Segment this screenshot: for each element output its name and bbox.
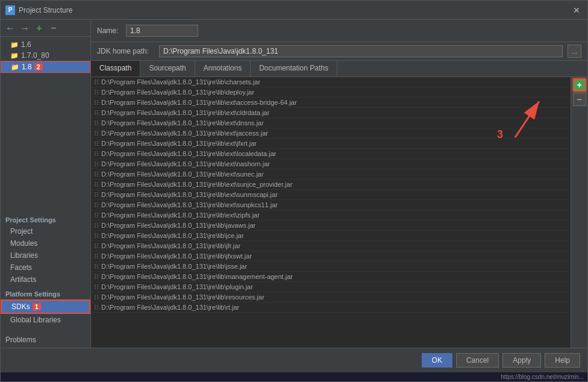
- annotation-badge-1: 1: [33, 303, 41, 310]
- file-path: D:\Program Files\Java\jdk1.8.0_131\jre\l…: [101, 191, 278, 198]
- list-item: D:\Program Files\Java\jdk1.8.0_131\jre\l…: [91, 180, 571, 190]
- list-item: D:\Program Files\Java\jdk1.8.0_131\jre\l…: [91, 77, 571, 87]
- folder-icon: 📁: [10, 41, 19, 49]
- list-item: D:\Program Files\Java\jdk1.8.0_131\jre\l…: [91, 108, 571, 118]
- right-panel: Name: JDK home path: ... Classpath Sourc…: [91, 20, 587, 348]
- annotation-badge-2: 2: [34, 63, 43, 70]
- bottom-bar: OK Cancel Apply Help: [1, 348, 587, 372]
- list-item: D:\Program Files\Java\jdk1.8.0_131\jre\l…: [91, 251, 571, 261]
- file-path: D:\Program Files\Java\jdk1.8.0_131\jre\l…: [101, 222, 255, 229]
- list-item: D:\Program Files\Java\jdk1.8.0_131\jre\l…: [91, 159, 571, 169]
- folder-icon: 📁: [11, 63, 19, 71]
- list-item: D:\Program Files\Java\jdk1.8.0_131\jre\l…: [91, 169, 571, 180]
- tree-item-170[interactable]: 📁 1.7.0_80: [1, 50, 90, 61]
- cancel-button[interactable]: Cancel: [456, 353, 499, 368]
- apply-button[interactable]: Apply: [502, 353, 541, 368]
- ok-button[interactable]: OK: [422, 353, 452, 368]
- file-path: D:\Program Files\Java\jdk1.8.0_131\jre\l…: [101, 242, 240, 249]
- nav-libraries[interactable]: Libraries: [1, 249, 90, 261]
- file-path: D:\Program Files\Java\jdk1.8.0_131\jre\l…: [101, 99, 297, 106]
- jdk-path-input[interactable]: [159, 45, 563, 57]
- app-icon: P: [5, 5, 15, 15]
- list-item: D:\Program Files\Java\jdk1.8.0_131\jre\l…: [91, 302, 571, 313]
- name-input[interactable]: [126, 25, 198, 37]
- list-item: D:\Program Files\Java\jdk1.8.0_131\jre\l…: [91, 221, 571, 231]
- remove-file-button[interactable]: −: [573, 93, 586, 106]
- url-bar: https://blog.csdn.net/muzimin...: [1, 372, 587, 381]
- add-item-button[interactable]: +: [33, 22, 45, 34]
- nav-facets[interactable]: Facets: [1, 261, 90, 274]
- file-path: D:\Program Files\Java\jdk1.8.0_131\jre\l…: [101, 273, 293, 280]
- tab-annotations[interactable]: Annotations: [195, 61, 251, 77]
- tab-documentation-paths[interactable]: Documentation Paths: [251, 61, 337, 77]
- file-path: D:\Program Files\Java\jdk1.8.0_131\jre\l…: [101, 150, 276, 157]
- jdk-label: JDK home path:: [97, 47, 154, 55]
- main-content: ← → + − 📁 1.6 📁 1.7.0_80 📁 1.8 2: [1, 20, 587, 348]
- list-item: D:\Program Files\Java\jdk1.8.0_131\jre\l…: [91, 149, 571, 159]
- project-structure-dialog: P Project Structure ✕ ← → + − 📁 1.6 📁: [0, 0, 588, 382]
- list-item: D:\Program Files\Java\jdk1.8.0_131\jre\l…: [91, 282, 571, 292]
- list-item: D:\Program Files\Java\jdk1.8.0_131\jre\l…: [91, 190, 571, 200]
- folder-icon: 📁: [10, 52, 19, 60]
- file-path: D:\Program Files\Java\jdk1.8.0_131\jre\l…: [101, 89, 254, 96]
- file-path: D:\Program Files\Java\jdk1.8.0_131\jre\l…: [101, 140, 257, 147]
- title-bar: P Project Structure ✕: [1, 1, 587, 20]
- sidebar: ← → + − 📁 1.6 📁 1.7.0_80 📁 1.8 2: [1, 20, 91, 348]
- nav-sdks[interactable]: SDKs 1: [1, 299, 90, 314]
- file-path: D:\Program Files\Java\jdk1.8.0_131\jre\l…: [101, 171, 264, 178]
- file-path: D:\Program Files\Java\jdk1.8.0_131\jre\l…: [101, 160, 270, 168]
- forward-button[interactable]: →: [19, 22, 31, 34]
- list-item: D:\Program Files\Java\jdk1.8.0_131\jre\l…: [91, 98, 571, 108]
- file-path: D:\Program Files\Java\jdk1.8.0_131\jre\l…: [101, 283, 253, 290]
- name-label: Name:: [97, 27, 121, 35]
- name-row: Name:: [91, 20, 587, 42]
- tab-sourcepath[interactable]: Sourcepath: [140, 61, 195, 77]
- close-button[interactable]: ✕: [571, 4, 583, 16]
- file-path: D:\Program Files\Java\jdk1.8.0_131\jre\l…: [101, 211, 260, 219]
- file-path: D:\Program Files\Java\jdk1.8.0_131\jre\l…: [101, 232, 244, 239]
- file-path: D:\Program Files\Java\jdk1.8.0_131\jre\l…: [101, 304, 239, 311]
- file-path: D:\Program Files\Java\jdk1.8.0_131\jre\l…: [101, 78, 260, 86]
- file-list: D:\Program Files\Java\jdk1.8.0_131\jre\l…: [91, 77, 571, 348]
- list-item: D:\Program Files\Java\jdk1.8.0_131\jre\l…: [91, 231, 571, 241]
- list-item: D:\Program Files\Java\jdk1.8.0_131\jre\l…: [91, 200, 571, 210]
- nav-toolbar: ← → + −: [1, 20, 90, 37]
- list-item: D:\Program Files\Java\jdk1.8.0_131\jre\l…: [91, 87, 571, 98]
- list-item: D:\Program Files\Java\jdk1.8.0_131\jre\l…: [91, 241, 571, 251]
- file-path: D:\Program Files\Java\jdk1.8.0_131\jre\l…: [101, 181, 292, 188]
- jdk-browse-button[interactable]: ...: [568, 45, 581, 58]
- platform-settings-header: Platform Settings: [1, 286, 90, 299]
- tree-item-18[interactable]: 📁 1.8 2: [1, 61, 90, 73]
- back-button[interactable]: ←: [4, 22, 16, 34]
- list-item: D:\Program Files\Java\jdk1.8.0_131\jre\l…: [91, 128, 571, 139]
- list-item: D:\Program Files\Java\jdk1.8.0_131\jre\l…: [91, 292, 571, 302]
- nav-artifacts[interactable]: Artifacts: [1, 274, 90, 286]
- nav-project[interactable]: Project: [1, 225, 90, 237]
- list-item: D:\Program Files\Java\jdk1.8.0_131\jre\l…: [91, 261, 571, 272]
- list-buttons: + −: [571, 77, 587, 348]
- tree-item-16[interactable]: 📁 1.6: [1, 39, 90, 50]
- project-settings-header: Project Settings: [1, 213, 90, 225]
- file-path: D:\Program Files\Java\jdk1.8.0_131\jre\l…: [101, 293, 264, 301]
- file-path: D:\Program Files\Java\jdk1.8.0_131\jre\l…: [101, 201, 278, 208]
- content-area: D:\Program Files\Java\jdk1.8.0_131\jre\l…: [91, 77, 587, 348]
- file-path: D:\Program Files\Java\jdk1.8.0_131\jre\l…: [101, 109, 269, 116]
- jdk-row: JDK home path: ...: [91, 42, 587, 61]
- tab-classpath[interactable]: Classpath: [91, 61, 140, 77]
- file-path: D:\Program Files\Java\jdk1.8.0_131\jre\l…: [101, 263, 247, 270]
- nav-modules[interactable]: Modules: [1, 237, 90, 249]
- nav-problems[interactable]: Problems: [1, 332, 90, 348]
- title-bar-left: P Project Structure: [5, 5, 72, 15]
- list-item: D:\Program Files\Java\jdk1.8.0_131\jre\l…: [91, 118, 571, 128]
- nav-global-libraries[interactable]: Global Libraries: [1, 314, 90, 326]
- list-item: D:\Program Files\Java\jdk1.8.0_131\jre\l…: [91, 210, 571, 221]
- help-button[interactable]: Help: [545, 353, 580, 368]
- list-item: D:\Program Files\Java\jdk1.8.0_131\jre\l…: [91, 272, 571, 282]
- dialog-title: Project Structure: [19, 6, 72, 14]
- remove-item-button[interactable]: −: [48, 22, 60, 34]
- list-item: D:\Program Files\Java\jdk1.8.0_131\jre\l…: [91, 139, 571, 149]
- tabs-row: Classpath Sourcepath Annotations Documen…: [91, 61, 587, 77]
- file-path: D:\Program Files\Java\jdk1.8.0_131\jre\l…: [101, 130, 268, 137]
- add-file-button[interactable]: +: [573, 78, 586, 92]
- file-path: D:\Program Files\Java\jdk1.8.0_131\jre\l…: [101, 119, 264, 127]
